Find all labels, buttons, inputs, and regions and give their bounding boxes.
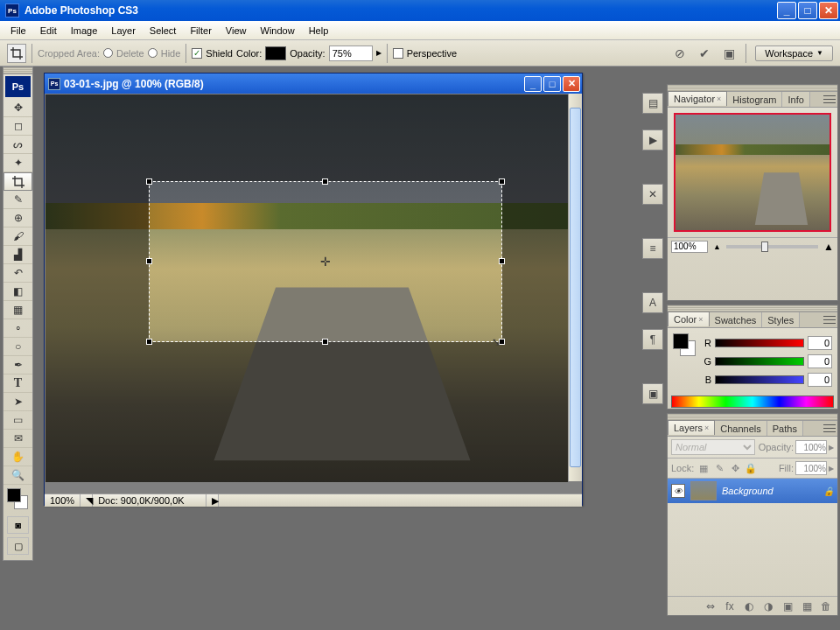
crop-handle-sw[interactable] xyxy=(146,339,152,345)
color-options-icon[interactable] xyxy=(823,314,836,325)
magic-wand-tool[interactable]: ✦ xyxy=(4,154,32,172)
type-tool[interactable]: T xyxy=(4,374,32,393)
dock-brushes-icon[interactable]: ≡ xyxy=(642,238,663,259)
dock-paragraph-icon[interactable]: ¶ xyxy=(642,329,663,350)
delete-layer-icon[interactable]: 🗑 xyxy=(820,600,832,612)
gradient-tool[interactable]: ▦ xyxy=(4,301,32,319)
g-input[interactable] xyxy=(808,354,832,368)
zoom-level[interactable]: 100% xyxy=(45,494,80,507)
cancel-crop-icon[interactable]: ⊘ xyxy=(672,46,688,61)
lasso-tool[interactable]: ᔕ xyxy=(4,136,32,154)
eraser-tool[interactable]: ◧ xyxy=(4,283,32,301)
panel-fg-color[interactable] xyxy=(673,333,689,349)
lock-position-icon[interactable]: ✥ xyxy=(729,463,741,474)
perspective-checkbox[interactable] xyxy=(393,48,403,59)
link-layers-icon[interactable]: ⇔ xyxy=(704,600,717,612)
visibility-icon[interactable]: 👁 xyxy=(671,484,685,498)
b-input[interactable] xyxy=(808,373,832,387)
r-input[interactable] xyxy=(808,336,832,350)
shield-color-swatch[interactable] xyxy=(265,46,286,60)
menu-filter[interactable]: Filter xyxy=(183,23,218,38)
shape-tool[interactable]: ▭ xyxy=(4,411,32,430)
navigator-thumbnail[interactable] xyxy=(674,113,831,232)
menu-select[interactable]: Select xyxy=(143,23,184,38)
delete-radio[interactable] xyxy=(103,48,113,58)
toolbox-grip[interactable] xyxy=(4,67,32,74)
navigator-options-icon[interactable] xyxy=(823,94,836,104)
lock-all-icon[interactable]: 🔒 xyxy=(745,463,757,474)
close-button[interactable]: ✕ xyxy=(819,2,838,19)
fill-input[interactable] xyxy=(795,461,827,475)
doc-maximize-button[interactable]: □ xyxy=(543,76,561,92)
document-titlebar[interactable]: Ps 03-01-s.jpg @ 100% (RGB/8) _ □ ✕ xyxy=(45,74,582,94)
tab-layers[interactable]: Layers× xyxy=(668,420,715,435)
marquee-tool[interactable]: ◻ xyxy=(4,117,32,136)
dock-layer-comps-icon[interactable]: ▣ xyxy=(642,383,663,404)
menu-view[interactable]: View xyxy=(219,23,254,38)
tab-paths[interactable]: Paths xyxy=(767,421,803,436)
blur-tool[interactable]: ∘ xyxy=(4,319,32,338)
eyedropper-tool[interactable]: ✎ xyxy=(4,191,32,209)
doc-size-display[interactable]: Doc: 900,0K/900,0K xyxy=(93,494,206,507)
pen-tool[interactable]: ✒ xyxy=(4,356,32,374)
brush-tool[interactable]: 🖌 xyxy=(4,228,32,246)
zoom-out-icon[interactable]: ▲ xyxy=(713,242,721,251)
path-selection-tool[interactable]: ➤ xyxy=(4,393,32,411)
tab-navigator[interactable]: Navigator× xyxy=(668,91,727,106)
hide-radio[interactable] xyxy=(148,48,158,58)
tab-channels[interactable]: Channels xyxy=(715,421,766,436)
status-menu-icon[interactable]: ▶ xyxy=(206,494,219,507)
opacity-input[interactable] xyxy=(329,46,373,61)
quick-mask-button[interactable]: ◙ xyxy=(7,516,29,534)
crop-handle-n[interactable] xyxy=(322,178,328,185)
crop-handle-w[interactable] xyxy=(146,258,152,264)
crop-center-icon[interactable]: ✛ xyxy=(320,255,331,269)
shield-checkbox[interactable]: ✓ xyxy=(192,48,202,59)
r-slider[interactable] xyxy=(715,339,804,347)
new-group-icon[interactable]: ▣ xyxy=(781,600,794,612)
layer-mask-icon[interactable]: ◐ xyxy=(743,600,755,612)
crop-tool-icon[interactable] xyxy=(7,44,26,63)
tab-styles[interactable]: Styles xyxy=(762,312,800,327)
zoom-menu-icon[interactable]: ◥ xyxy=(80,494,93,507)
bridge-icon[interactable]: ▣ xyxy=(721,46,737,61)
zoom-tool[interactable]: 🔍 xyxy=(4,466,32,485)
crop-marquee[interactable]: ✛ xyxy=(149,181,502,342)
menu-layer[interactable]: Layer xyxy=(104,23,143,38)
menu-image[interactable]: Image xyxy=(64,23,105,38)
crop-tool[interactable] xyxy=(4,172,32,191)
foreground-color-well[interactable] xyxy=(7,488,21,502)
opacity-arrow-icon[interactable]: ▶ xyxy=(376,49,382,57)
opacity-dropdown-icon[interactable]: ▶ xyxy=(829,444,834,452)
dock-actions-icon[interactable]: ▶ xyxy=(642,130,663,150)
layer-opacity-input[interactable] xyxy=(795,440,827,454)
screen-mode-button[interactable]: ▢ xyxy=(7,537,29,555)
zoom-in-icon[interactable]: ▲ xyxy=(823,241,834,253)
blend-mode-select[interactable]: Normal xyxy=(671,439,755,455)
b-slider[interactable] xyxy=(715,375,804,384)
lock-transparency-icon[interactable]: ▦ xyxy=(697,463,710,474)
healing-brush-tool[interactable]: ⊕ xyxy=(4,209,32,228)
doc-close-button[interactable]: ✕ xyxy=(563,76,580,92)
canvas-area[interactable]: ✛ ⤡ xyxy=(45,94,582,494)
doc-minimize-button[interactable]: _ xyxy=(524,76,542,92)
menu-window[interactable]: Window xyxy=(254,23,302,38)
tab-histogram[interactable]: Histogram xyxy=(727,92,782,107)
clone-stamp-tool[interactable]: ▟ xyxy=(4,246,32,264)
tab-swatches[interactable]: Swatches xyxy=(710,312,763,327)
dock-character-icon[interactable]: A xyxy=(642,292,663,313)
dock-history-icon[interactable]: ▤ xyxy=(642,93,663,114)
tab-color[interactable]: Color× xyxy=(668,312,710,326)
move-tool[interactable]: ✥ xyxy=(4,99,32,117)
maximize-button[interactable]: □ xyxy=(798,2,817,19)
tab-info[interactable]: Info xyxy=(782,92,809,107)
document-image[interactable]: ✛ ⤡ xyxy=(46,94,568,482)
minimize-button[interactable]: _ xyxy=(777,2,796,19)
menu-help[interactable]: Help xyxy=(302,23,336,38)
horizontal-scrollbar[interactable] xyxy=(219,494,582,507)
dock-tool-presets-icon[interactable]: ✕ xyxy=(642,184,663,205)
layer-thumbnail[interactable] xyxy=(690,481,717,500)
layer-name[interactable]: Background xyxy=(722,486,774,496)
notes-tool[interactable]: ✉ xyxy=(4,430,32,448)
crop-handle-s[interactable] xyxy=(322,339,328,345)
